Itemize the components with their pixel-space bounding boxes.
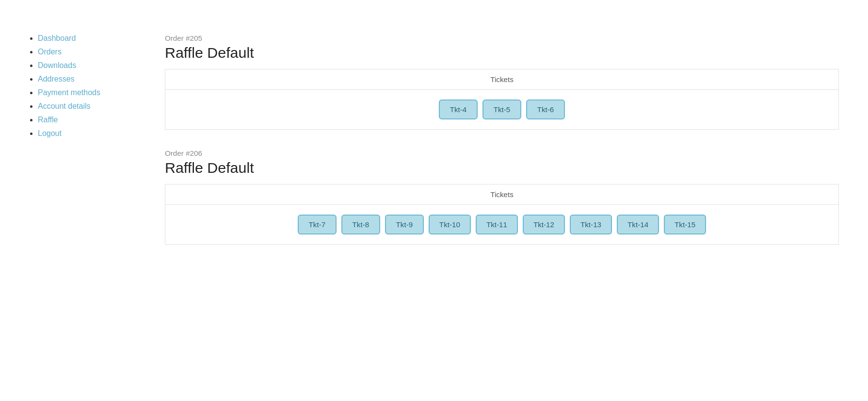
sidebar-item-downloads: Downloads xyxy=(38,61,136,70)
tickets-body: Tkt-4Tkt-5Tkt-6 xyxy=(165,90,838,129)
sidebar-link-addresses[interactable]: Addresses xyxy=(38,75,75,83)
sidebar-item-addresses: Addresses xyxy=(38,75,136,84)
sidebar-item-payment-methods: Payment methods xyxy=(38,88,136,97)
ticket-button-tkt-5[interactable]: Tkt-5 xyxy=(482,100,521,119)
sidebar-item-logout: Logout xyxy=(38,129,136,138)
tickets-table: TicketsTkt-4Tkt-5Tkt-6 xyxy=(165,69,839,130)
ticket-button-tkt-4[interactable]: Tkt-4 xyxy=(439,100,478,119)
sidebar-link-dashboard[interactable]: Dashboard xyxy=(38,34,76,42)
sidebar-item-raffle: Raffle xyxy=(38,116,136,124)
ticket-button-tkt-15[interactable]: Tkt-15 xyxy=(664,215,706,234)
sidebar-link-orders[interactable]: Orders xyxy=(38,48,62,56)
order-block-0: Order #205Raffle DefaultTicketsTkt-4Tkt-… xyxy=(165,34,839,130)
sidebar-link-account-details[interactable]: Account details xyxy=(38,102,91,110)
ticket-button-tkt-7[interactable]: Tkt-7 xyxy=(298,215,337,234)
ticket-button-tkt-8[interactable]: Tkt-8 xyxy=(341,215,380,234)
ticket-button-tkt-14[interactable]: Tkt-14 xyxy=(617,215,659,234)
ticket-button-tkt-13[interactable]: Tkt-13 xyxy=(570,215,612,234)
order-number: Order #205 xyxy=(165,34,839,42)
ticket-button-tkt-11[interactable]: Tkt-11 xyxy=(476,215,518,234)
main-layout: DashboardOrdersDownloadsAddressesPayment… xyxy=(29,34,839,264)
ticket-button-tkt-10[interactable]: Tkt-10 xyxy=(429,215,471,234)
sidebar-nav: DashboardOrdersDownloadsAddressesPayment… xyxy=(29,34,136,138)
main-content: Order #205Raffle DefaultTicketsTkt-4Tkt-… xyxy=(165,34,839,264)
tickets-body: Tkt-7Tkt-8Tkt-9Tkt-10Tkt-11Tkt-12Tkt-13T… xyxy=(165,205,838,244)
order-number: Order #206 xyxy=(165,149,839,157)
tickets-header: Tickets xyxy=(165,69,838,90)
sidebar-item-dashboard: Dashboard xyxy=(38,34,136,43)
ticket-button-tkt-6[interactable]: Tkt-6 xyxy=(526,100,565,119)
ticket-button-tkt-12[interactable]: Tkt-12 xyxy=(523,215,565,234)
tickets-header: Tickets xyxy=(165,184,838,205)
ticket-button-tkt-9[interactable]: Tkt-9 xyxy=(385,215,424,234)
orders-container: Order #205Raffle DefaultTicketsTkt-4Tkt-… xyxy=(165,34,839,245)
sidebar: DashboardOrdersDownloadsAddressesPayment… xyxy=(29,34,136,264)
sidebar-link-raffle[interactable]: Raffle xyxy=(38,116,58,124)
order-title: Raffle Default xyxy=(165,159,839,176)
sidebar-link-logout[interactable]: Logout xyxy=(38,129,62,137)
order-block-1: Order #206Raffle DefaultTicketsTkt-7Tkt-… xyxy=(165,149,839,245)
sidebar-link-payment-methods[interactable]: Payment methods xyxy=(38,88,100,97)
tickets-table: TicketsTkt-7Tkt-8Tkt-9Tkt-10Tkt-11Tkt-12… xyxy=(165,184,839,245)
sidebar-link-downloads[interactable]: Downloads xyxy=(38,61,76,69)
sidebar-item-orders: Orders xyxy=(38,48,136,56)
sidebar-item-account-details: Account details xyxy=(38,102,136,111)
order-title: Raffle Default xyxy=(165,44,839,61)
